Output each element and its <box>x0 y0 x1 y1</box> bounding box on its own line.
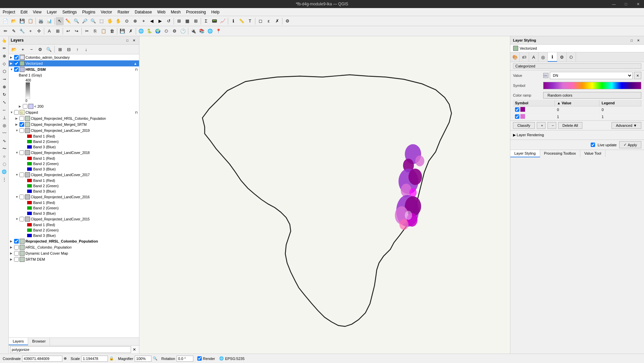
menu-project[interactable]: Project <box>0 9 18 15</box>
paste-button[interactable]: 📋 <box>100 27 108 35</box>
temporal-button[interactable]: 🕐 <box>179 27 187 35</box>
layer-item-srtm-dem[interactable]: ▶ SRTM DEM <box>9 256 139 262</box>
cut-button[interactable]: ✂ <box>83 27 91 35</box>
remove-row-button[interactable]: − <box>548 122 556 129</box>
merge-tool[interactable]: ⊕ <box>1 83 8 91</box>
layer-checkbox[interactable] <box>14 61 19 66</box>
toggle-editing-button[interactable]: ✎ <box>10 27 18 35</box>
split-tool[interactable]: ⊸ <box>1 75 8 83</box>
field-calc-button[interactable]: ⚙ <box>283 17 292 25</box>
render-checkbox[interactable] <box>197 356 202 361</box>
zoom-in-button[interactable]: 🔎 <box>81 17 89 25</box>
maximize-button[interactable]: □ <box>620 0 632 8</box>
python-button[interactable]: 🐍 <box>145 27 153 35</box>
more-tools[interactable]: ⋮ <box>1 176 8 183</box>
renderer-dropdown[interactable]: Categorized <box>513 63 641 69</box>
tag-icon-btn[interactable]: 🏷 <box>520 52 529 62</box>
tab-layers[interactable]: Layers <box>9 338 28 345</box>
buffer-tool[interactable]: ◎ <box>1 122 8 129</box>
remove-layer-button[interactable]: − <box>27 45 36 53</box>
select-button[interactable]: ◻ <box>256 17 264 25</box>
filter2-button[interactable]: 🔍 <box>45 45 53 53</box>
layer-item-lc2017[interactable]: ▼ Clipped_Reprojected_LandCover_2017 <box>9 172 139 178</box>
redo-button[interactable]: ↪ <box>72 27 80 35</box>
search-clear-button[interactable]: ✕ <box>131 346 138 353</box>
menu-layer[interactable]: Layer <box>44 9 60 15</box>
close-button[interactable]: ✕ <box>632 0 644 8</box>
symbol-color-swatch[interactable] <box>543 82 641 89</box>
layer-properties-button[interactable]: ▦ <box>183 17 191 25</box>
processing-button[interactable]: ⚙ <box>171 27 179 35</box>
row-checkbox[interactable] <box>515 107 519 112</box>
layer-item-clipped-merged[interactable]: ▶ Clipped_Reprojected_Merged_SRTM <box>9 121 139 127</box>
label-tool-button[interactable]: A <box>45 27 53 35</box>
browser-button[interactable]: 🌍 <box>154 27 162 35</box>
smooth-tool[interactable]: ∿ <box>1 137 8 145</box>
apply-button[interactable]: ✓ Apply <box>619 141 641 148</box>
menu-raster[interactable]: Raster <box>115 9 132 15</box>
copy-button[interactable]: ⎘ <box>91 27 99 35</box>
touch-tool[interactable]: 👆 <box>1 37 8 44</box>
search-button[interactable]: 🔍 <box>72 17 80 25</box>
snap-button[interactable]: 🔧 <box>18 27 26 35</box>
search-input[interactable] <box>10 346 131 353</box>
expression-select-button[interactable]: ε <box>265 17 273 25</box>
classify-button[interactable]: Classify <box>513 122 535 129</box>
freehand-tool[interactable]: 〜 <box>1 145 8 152</box>
save-as-button[interactable]: 📋 <box>26 17 35 25</box>
styling-close-btn[interactable]: ✕ <box>635 37 641 43</box>
layer-checkbox[interactable] <box>19 172 24 177</box>
rotate-tool[interactable]: ↻ <box>1 91 8 98</box>
identify-button[interactable]: ℹ <box>229 17 237 25</box>
xyz-button[interactable]: 📍 <box>214 27 222 35</box>
layer-checkbox[interactable] <box>19 122 24 127</box>
layer-checkbox[interactable] <box>19 150 24 155</box>
advanced-button[interactable]: Advanced ▼ <box>611 122 641 129</box>
save-project-button[interactable]: 💾 <box>18 17 26 25</box>
zoom-selection-button[interactable]: ⌖ <box>139 17 147 25</box>
zoom-next-button[interactable]: ▶ <box>156 17 164 25</box>
layer-checkbox[interactable] <box>14 55 19 60</box>
map-canvas[interactable] <box>139 36 510 354</box>
vertex-tool[interactable]: ◇ <box>1 60 8 67</box>
menu-mesh[interactable]: Mesh <box>168 9 183 15</box>
layer-checkbox[interactable] <box>19 128 24 133</box>
tab-layer-styling[interactable]: Layer Styling <box>510 150 540 157</box>
deselect-button[interactable]: ✗ <box>273 17 281 25</box>
delete-all-button[interactable]: Delete All <box>558 122 582 129</box>
zoom-out-button[interactable]: 🔍 <box>89 17 97 25</box>
refresh-button[interactable]: ↺ <box>165 17 173 25</box>
annotation-button[interactable]: T <box>246 17 254 25</box>
layer-checkbox[interactable] <box>14 110 19 115</box>
menu-settings[interactable]: Settings <box>60 9 79 15</box>
collapse-all-button[interactable]: ⊟ <box>65 45 73 53</box>
layer-options-btn[interactable]: ⊓ <box>135 68 138 71</box>
zoom-rubber-band-button[interactable]: ⬚ <box>98 17 106 25</box>
layer-checkbox[interactable] <box>14 257 19 262</box>
menu-processing[interactable]: Processing <box>183 9 208 15</box>
layer-item-hrsl-dsm[interactable]: ▼ HRSL_DSM ⊓ <box>9 66 139 72</box>
layer-item-reprojected-hrsl[interactable]: ▶ Reprojected_HRSL_Colombo_Population <box>9 238 139 244</box>
delete-selected-button[interactable]: 🗑 <box>108 27 116 35</box>
layer-checkbox[interactable] <box>14 67 19 72</box>
open-layer-button[interactable]: 📂 <box>10 45 18 53</box>
layer-item-clipped-hrsl[interactable]: ▶ Clipped_Reprojected_HRSL_Colombo_Popul… <box>9 115 139 121</box>
discard-button[interactable]: ✗ <box>127 27 135 35</box>
attribute-table-button[interactable]: ⊞ <box>192 17 200 25</box>
layer-item-lc2019[interactable]: ▼ Clipped_Reprojected_LandCover_2019 <box>9 127 139 134</box>
simplify-tool[interactable]: 〰 <box>1 129 8 137</box>
edit-tool[interactable]: ✏ <box>1 45 8 52</box>
layer-checkbox[interactable] <box>19 217 24 221</box>
coordinate-input[interactable] <box>22 356 62 362</box>
digitizing-button[interactable]: ✏ <box>1 27 9 35</box>
globe-tool[interactable]: 🌐 <box>1 168 8 175</box>
tab-value-tool[interactable]: Value Tool <box>580 150 605 157</box>
layer-item-colombo-admin[interactable]: ▶ Colombo_admin_boundary <box>9 54 139 60</box>
history-button[interactable]: ⏲ <box>162 27 170 35</box>
random-colors-button[interactable]: Random colors <box>543 92 641 99</box>
snap-tool[interactable]: ⊕ <box>1 52 8 60</box>
stats-button[interactable]: 📈 <box>219 17 227 25</box>
clipped-options-btn[interactable]: ⊓ <box>135 111 138 114</box>
layer-checkbox[interactable] <box>19 195 24 199</box>
zoom-last-button[interactable]: ◀ <box>148 17 156 25</box>
